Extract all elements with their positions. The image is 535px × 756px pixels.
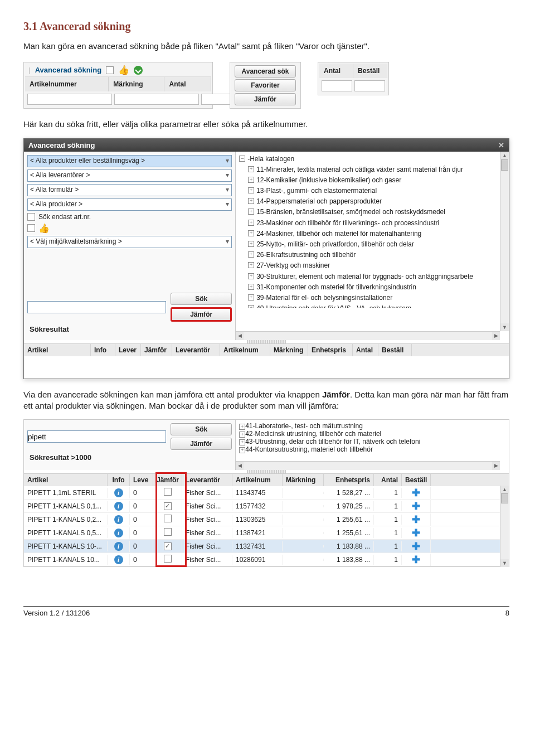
table-row[interactable]: PIPETT 1-KANALS 0,5...i0Fisher Sci...113… [24,526,509,540]
col-header[interactable]: Info [108,474,130,486]
thumb-checkbox[interactable] [27,224,35,232]
catalog-tree-partial[interactable]: 41-Laboratorie-, test- och mätutrustning… [236,420,509,453]
tree-node-label[interactable]: 25-Nytto-, militär- och privatfordon, ti… [256,239,414,250]
cell-bestall[interactable]: ✚ [402,554,431,566]
cell-jamfor[interactable] [153,554,182,565]
tree-expander-icon[interactable] [248,273,254,279]
col-header[interactable]: Artikel [24,474,108,486]
scroll-right-icon[interactable]: ▶ [492,462,500,470]
tree-node-label[interactable]: 31-Komponenter och materiel för tillverk… [256,282,416,293]
add-icon[interactable]: ✚ [412,501,420,512]
tree-expander-icon[interactable] [248,262,254,268]
checkbox-icon[interactable] [106,66,114,74]
col-header[interactable]: Info [91,344,115,356]
sok-button[interactable]: Sök [171,423,232,435]
tree-node-label[interactable]: 26-Elkraftsutrustning och tillbehör [256,250,356,260]
artikelnummer-input[interactable] [27,94,112,105]
info-icon[interactable]: i [114,555,123,564]
tree-expander-icon[interactable] [248,241,254,247]
tree-node-label[interactable]: 23-Maskiner och tillbehör för tillverkni… [256,218,439,229]
markning-input[interactable] [114,94,199,105]
col-header[interactable]: Beställ [402,474,431,486]
table-row[interactable]: PIPETT 1-KANALS 10...i0Fisher Sci...1028… [24,553,509,566]
tree-expander-icon[interactable] [248,166,254,172]
bestall-input[interactable] [354,80,385,91]
tree-expander-icon[interactable] [248,305,254,307]
jamfor-button[interactable]: Jämför [235,93,296,105]
tree-node-label[interactable]: 44-Kontorsutrustning, materiel och tillb… [245,445,373,453]
tree-node-label[interactable]: 15-Bränslen, bränsletillsatser, smörjmed… [256,207,445,217]
compare-checkbox[interactable]: ✓ [164,542,172,550]
compare-checkbox[interactable] [164,555,172,563]
col-header[interactable]: Beställ [378,344,412,356]
tree-node-label[interactable]: 12-Kemikalier (inklusive biokemikalier) … [256,175,401,186]
tree-expander-icon[interactable] [239,432,245,438]
table-row[interactable]: PIPETT 1-KANALS 0,2...i0Fisher Sci...113… [24,513,509,526]
tree-expander-icon[interactable] [248,220,254,226]
col-header[interactable]: Lever [115,344,141,356]
tree-node-label[interactable]: 27-Verktyg och maskiner [256,260,330,271]
table-row[interactable]: PIPETT 1-KANALS 10-...i0✓Fisher Sci...11… [24,540,509,553]
info-icon[interactable]: i [114,502,123,511]
tree-node-label[interactable]: 14-Pappersmaterial och pappersprodukter [256,196,382,207]
add-icon[interactable]: ✚ [412,487,420,498]
cell-info[interactable]: i [108,554,130,565]
cell-jamfor[interactable]: ✓ [153,501,182,511]
col-header[interactable]: Jämför [141,344,172,356]
scroll-thumb[interactable] [501,159,508,171]
cell-info[interactable]: i [108,527,130,539]
miljo-select[interactable]: < Välj miljö/kvalitetsmärkning >▾ [27,236,232,248]
cell-jamfor[interactable] [153,513,182,525]
cell-bestall[interactable]: ✚ [402,500,431,512]
col-header[interactable]: Enhetspris [308,344,353,356]
tree-expander-icon[interactable] [248,230,254,236]
tree-node-label[interactable]: 41-Laboratorie-, test- och mätutrustning [245,422,363,430]
sok-button[interactable]: Sök [171,293,232,305]
col-header[interactable]: Märkning [283,474,324,486]
cell-bestall[interactable]: ✚ [402,527,431,539]
add-icon[interactable]: ✚ [412,527,420,539]
col-header[interactable]: Artikel [24,344,91,356]
col-header[interactable]: Leverantör [172,344,220,356]
filter-select-1[interactable]: < Alla leverantörer >▾ [27,169,232,182]
scroll-down-icon[interactable]: ▼ [500,323,509,331]
cell-info[interactable]: i [108,501,130,512]
sok-endast-art-checkbox[interactable] [27,213,35,221]
filter-select-2[interactable]: < Alla formulär >▾ [27,184,232,196]
tree-expander-icon[interactable] [239,447,245,453]
scrollbar-horizontal[interactable]: ◀ ▶ [236,331,500,340]
tree-expander-icon[interactable] [248,187,254,193]
compare-checkbox[interactable]: ✓ [164,502,172,510]
scroll-up-icon[interactable]: ▲ [500,152,509,159]
table-row[interactable]: PIPETT 1,1mL STERILi0Fisher Sci...113437… [24,486,509,500]
advanced-search-link[interactable]: Avancerad sökning [35,66,101,74]
antal-input-2[interactable] [322,80,352,91]
jamfor-button[interactable]: Jämför [171,438,232,450]
cell-antal[interactable]: 1 [374,555,402,565]
add-icon[interactable]: ✚ [412,554,420,565]
cell-jamfor[interactable] [153,527,182,539]
search-input[interactable] [27,430,166,443]
col-header[interactable]: Jämför [153,474,182,486]
tree-expander-icon[interactable] [248,177,254,183]
favoriter-button[interactable]: Favoriter [235,79,296,91]
cell-antal[interactable]: 1 [374,541,402,551]
avancerad-sok-button[interactable]: Avancerad sök [235,65,296,77]
filter-select-3[interactable]: < Alla produkter >▾ [27,198,232,211]
tree-expander-icon[interactable] [248,284,254,290]
tree-node-label[interactable]: 13-Plast-, gummi- och elastomermaterial [256,186,377,196]
scroll-thumb[interactable] [501,493,508,503]
col-header[interactable]: Enhetspris [324,474,374,486]
tree-expander-icon[interactable] [239,424,245,430]
close-icon[interactable]: ✕ [498,141,504,149]
col-header[interactable]: Artikelnum [232,474,283,486]
scroll-down-icon[interactable]: ▼ [500,559,509,567]
info-icon[interactable]: i [114,488,123,497]
cell-info[interactable]: i [108,514,130,525]
add-icon[interactable]: ✚ [412,514,420,525]
scroll-up-icon[interactable]: ▲ [500,486,509,493]
scroll-left-icon[interactable]: ◀ [236,332,244,340]
cell-antal[interactable]: 1 [374,488,402,498]
scrollbar-vertical[interactable]: ▲ ▼ [500,152,509,331]
scroll-right-icon[interactable]: ▶ [492,332,500,340]
